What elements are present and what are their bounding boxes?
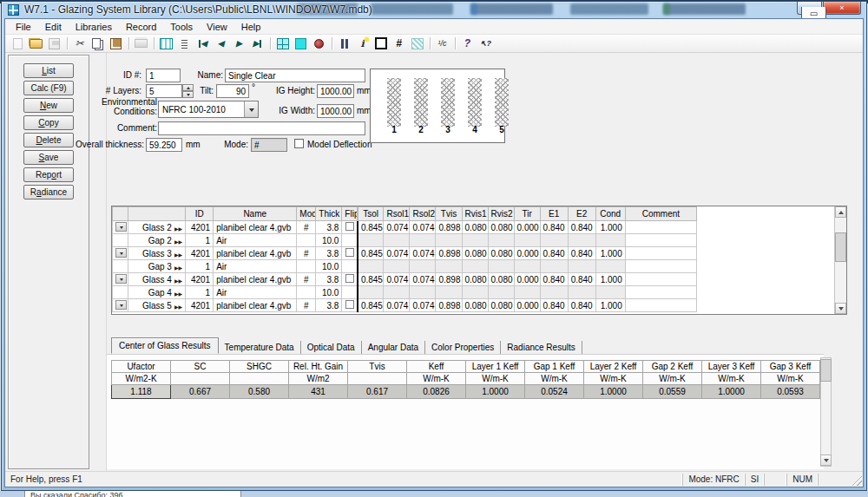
scrollbar-thumb[interactable] — [835, 232, 846, 262]
cell-tsol[interactable] — [358, 234, 384, 247]
row-label-cell[interactable]: Gap 3▶▶ — [128, 260, 186, 273]
copy-icon[interactable] — [89, 36, 107, 51]
cell-e2[interactable]: 0.840 — [568, 247, 595, 260]
layers-spinner[interactable] — [182, 84, 194, 98]
results-panel-scrollbar[interactable] — [820, 357, 832, 467]
next-record-icon[interactable]: ▶ — [230, 36, 248, 51]
cell-flip[interactable] — [342, 260, 358, 273]
tab[interactable]: Angular Data — [362, 341, 425, 354]
cell-cond[interactable]: 1.000 — [595, 273, 625, 286]
cell-name[interactable]: planibel clear 4.gvb — [214, 221, 297, 234]
cell-tsol[interactable] — [358, 260, 384, 273]
scroll-down-icon[interactable] — [835, 303, 846, 314]
layer-table-scrollbar[interactable] — [834, 206, 846, 314]
cell-mode[interactable]: # — [297, 273, 316, 286]
paste-icon[interactable] — [107, 36, 125, 51]
col-header-rsol2[interactable]: Rsol2 — [410, 207, 436, 221]
cell-cond[interactable] — [595, 286, 625, 299]
cell-comment[interactable] — [625, 299, 696, 312]
red-marker-icon[interactable] — [310, 36, 328, 51]
resize-grip-icon[interactable] — [851, 474, 862, 486]
cell-thick[interactable]: 10.0 — [316, 234, 342, 247]
cell-mode[interactable] — [297, 260, 316, 273]
cell-comment[interactable] — [625, 221, 696, 234]
col-header-cond[interactable]: Cond — [595, 207, 625, 221]
cell-mode[interactable]: # — [297, 221, 316, 234]
cell-tir[interactable] — [514, 286, 540, 299]
cell-cond[interactable] — [595, 234, 625, 247]
cell-rsol1[interactable] — [384, 260, 410, 273]
cell-comment[interactable] — [625, 286, 696, 299]
hatch-icon[interactable] — [408, 36, 426, 51]
cell-e2[interactable]: 0.840 — [568, 299, 595, 312]
cell-id[interactable]: 4201 — [186, 273, 214, 286]
cell-comment[interactable] — [625, 247, 696, 260]
cell-tvis[interactable] — [436, 286, 462, 299]
cell-e2[interactable] — [568, 286, 595, 299]
row-label-cell[interactable]: Glass 4▶▶ — [128, 273, 186, 286]
tab[interactable]: Center of Glass Results — [111, 337, 219, 354]
results-value-cell[interactable]: 0.0559 — [643, 385, 702, 399]
col-header-rsol1[interactable]: Rsol1 — [384, 207, 410, 221]
spinner-up-icon[interactable] — [182, 84, 194, 91]
new-button[interactable]: New — [23, 98, 74, 113]
cell-id[interactable]: 4201 — [186, 299, 214, 312]
print-icon[interactable] — [132, 36, 150, 51]
cell-e2[interactable] — [568, 234, 595, 247]
menu-item[interactable]: Record — [119, 21, 163, 33]
cell-rsol1[interactable]: 0.074 — [384, 273, 410, 286]
cell-rsol2[interactable]: 0.074 — [410, 273, 436, 286]
results-value-cell[interactable]: 0.0826 — [407, 385, 466, 399]
col-header-e2[interactable]: E2 — [568, 207, 595, 221]
cell-tsol[interactable] — [358, 286, 384, 299]
open-folder-icon[interactable] — [27, 36, 45, 51]
cell-tvis[interactable] — [436, 234, 462, 247]
cell-rvis1[interactable] — [462, 286, 488, 299]
cell-thick[interactable]: 3.8 — [316, 299, 342, 312]
col-header-rvis2[interactable]: Rvis2 — [488, 207, 514, 221]
cell-rvis2[interactable] — [488, 234, 514, 247]
context-help-icon[interactable]: ↖? — [477, 36, 495, 51]
save-button[interactable]: Save — [23, 150, 74, 165]
cell-rvis1[interactable]: 0.080 — [462, 247, 488, 260]
cell-name[interactable]: planibel clear 4.gvb — [214, 299, 297, 312]
menu-item[interactable]: View — [200, 21, 234, 33]
row-label-cell[interactable]: Glass 2▶▶ — [128, 221, 186, 234]
cell-rsol2[interactable] — [410, 286, 436, 299]
cell-tsol[interactable]: 0.845 — [358, 299, 384, 312]
results-value-cell[interactable]: 0.617 — [348, 385, 407, 399]
cell-rsol2[interactable]: 0.074 — [410, 221, 436, 234]
cell-flip[interactable] — [342, 273, 358, 286]
cell-tir[interactable]: 0.000 — [514, 221, 540, 234]
cell-rvis1[interactable]: 0.080 — [462, 273, 488, 286]
cell-e1[interactable] — [540, 286, 568, 299]
cell-rvis2[interactable]: 0.080 — [488, 273, 514, 286]
first-record-icon[interactable]: ◀ — [194, 36, 212, 51]
grid-view-icon[interactable] — [273, 36, 292, 51]
cell-tvis[interactable]: 0.898 — [436, 247, 462, 260]
cell-id[interactable]: 4201 — [186, 247, 214, 260]
ig-height-field[interactable]: 1000.00 — [317, 84, 354, 98]
cell-id[interactable]: 1 — [186, 286, 214, 299]
cell-rsol1[interactable]: 0.074 — [384, 247, 410, 260]
tab[interactable]: Optical Data — [301, 341, 362, 354]
cell-tir[interactable] — [514, 234, 540, 247]
row-label-cell[interactable]: Glass 5▶▶ — [128, 299, 186, 312]
cell-tir[interactable]: 0.000 — [514, 247, 540, 260]
results-value-cell[interactable]: 0.580 — [230, 385, 289, 399]
cell-e1[interactable] — [540, 234, 568, 247]
cell-flip[interactable] — [342, 299, 358, 312]
cell-tsol[interactable]: 0.845 — [358, 221, 384, 234]
cell-cond[interactable] — [595, 260, 625, 273]
scrollbar-thumb[interactable] — [820, 359, 832, 382]
scroll-up-icon[interactable] — [835, 206, 846, 218]
tab[interactable]: Color Properties — [425, 341, 501, 354]
menu-item[interactable]: Edit — [38, 21, 69, 33]
model-deflection-checkbox[interactable] — [294, 139, 304, 148]
flip-checkbox[interactable] — [345, 274, 354, 283]
results-value-cell[interactable]: 0.0524 — [525, 385, 584, 399]
env-conditions-dropdown[interactable]: NFRC 100-2010 — [158, 101, 259, 118]
cell-tir[interactable]: 0.000 — [514, 273, 540, 286]
results-value-cell[interactable]: 1.0000 — [466, 385, 525, 399]
cell-mode[interactable] — [297, 286, 316, 299]
